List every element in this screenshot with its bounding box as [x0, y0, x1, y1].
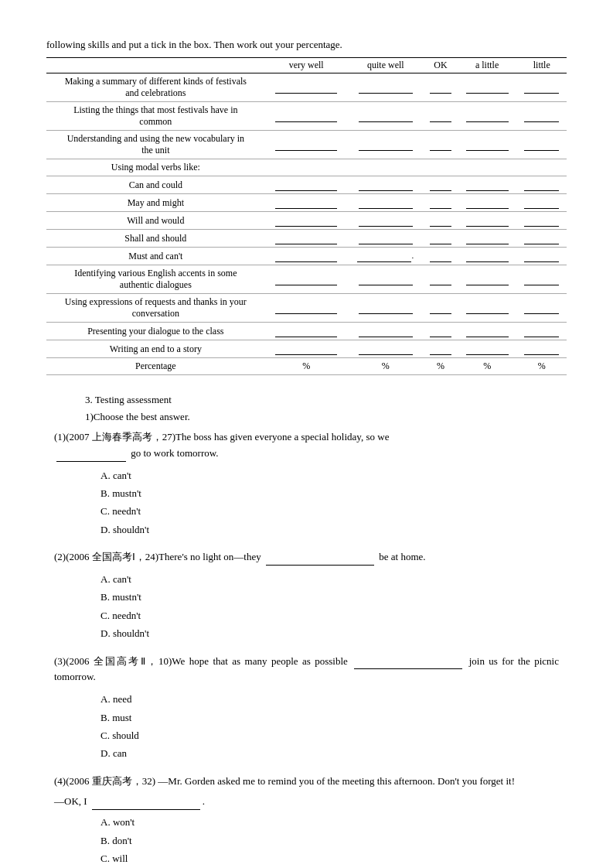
question-3-options: A. need B. must C. should D. can [100, 690, 559, 763]
skill-label: Can and could [46, 176, 265, 194]
option-b: B. don't [100, 832, 559, 849]
cell-very-well [265, 73, 348, 102]
cell-least [516, 248, 567, 265]
cell-very-well [265, 340, 348, 358]
pct-very-well: % [265, 358, 348, 375]
intro-text: following skills and put a tick in the b… [46, 39, 567, 51]
skill-label: Identifying various English accents in s… [46, 265, 265, 294]
table-row: Understanding and using the new vocabula… [46, 131, 567, 159]
cell-little [458, 294, 517, 323]
option-a: A. can't [100, 570, 559, 588]
option-a: A. need [100, 690, 559, 708]
table-row: Using expressions of requests and thanks… [46, 294, 567, 323]
skill-label: Must and can't [46, 248, 265, 265]
col-header-ok: OK [424, 58, 458, 73]
col-header-very-well: very well [265, 58, 348, 73]
cell-little [458, 176, 517, 194]
option-a: A. won't [100, 813, 559, 831]
table-row: Can and could [46, 176, 567, 194]
cell-very-well [265, 230, 348, 248]
table-row: Identifying various English accents in s… [46, 265, 567, 294]
cell-little [458, 248, 517, 265]
option-c: C. will [100, 849, 559, 867]
cell-very-well [265, 265, 348, 294]
cell-ok [424, 73, 458, 102]
table-row: Making a summary of different kinds of f… [46, 73, 567, 102]
skill-label: Will and would [46, 212, 265, 230]
option-d: D. shouldn't [100, 521, 559, 538]
cell-very-well [265, 102, 348, 131]
table-row: Listing the things that most festivals h… [46, 102, 567, 131]
cell-very-well [265, 194, 348, 212]
cell-very-well [265, 248, 348, 265]
subsection-title: 1)Choose the best answer. [85, 411, 559, 423]
option-b: B. must [100, 709, 559, 726]
cell-ok [424, 248, 458, 265]
cell-very-well [265, 212, 348, 230]
question-3-intro: (3)(2006 全国高考Ⅱ，10)We hope that as many p… [54, 654, 559, 686]
skill-label: Listing the things that most festivals h… [46, 102, 265, 131]
cell-ok [424, 102, 458, 131]
question-1-options: A. can't B. mustn't C. needn't D. should… [100, 466, 559, 539]
section3-title: 3. Testing assessment [85, 394, 559, 406]
question-2-block: (2)(2006 全国高考Ⅰ，24)There's no light on—th… [54, 549, 559, 642]
question-3-block: (3)(2006 全国高考Ⅱ，10)We hope that as many p… [54, 654, 559, 763]
cell-quite-well [348, 340, 424, 358]
table-row: Writing an end to a story [46, 340, 567, 358]
percentage-label: Percentage [46, 358, 265, 375]
cell-least [516, 265, 567, 294]
cell-ok [424, 176, 458, 194]
cell-ok [424, 265, 458, 294]
cell-ok [424, 212, 458, 230]
table-row: Must and can't . [46, 248, 567, 265]
cell-quite-well: . [348, 248, 424, 265]
section3-content: 3. Testing assessment 1)Choose the best … [46, 394, 567, 868]
cell-quite-well [348, 73, 424, 102]
option-c: C. needn't [100, 502, 559, 520]
skill-label: Using modal verbs like: [46, 159, 265, 176]
question-1-block: (1)(2007 上海春季高考，27)The boss has given ev… [54, 429, 559, 538]
cell-quite-well [348, 294, 424, 323]
cell-least [516, 212, 567, 230]
question-4-block: (4)(2006 重庆高考，32) —Mr. Gorden asked me t… [54, 774, 559, 868]
pct-little: % [458, 358, 517, 375]
table-row: Presenting your dialogue to the class [46, 323, 567, 340]
cell-quite-well [348, 194, 424, 212]
pct-quite-well: % [348, 358, 424, 375]
cell-ok [424, 194, 458, 212]
cell-very-well [265, 294, 348, 323]
cell-little [458, 230, 517, 248]
option-d: D. shouldn't [100, 624, 559, 642]
table-row: May and might [46, 194, 567, 212]
cell-least [516, 176, 567, 194]
cell-little [458, 131, 517, 159]
table-row: Will and would [46, 212, 567, 230]
col-header-least: little [516, 58, 567, 73]
cell-little [458, 323, 517, 340]
skill-label: Presenting your dialogue to the class [46, 323, 265, 340]
cell-little [458, 340, 517, 358]
skill-label: May and might [46, 194, 265, 212]
cell-little [458, 102, 517, 131]
question-4-options: A. won't B. don't C. will D. do [100, 813, 559, 868]
cell-least [516, 294, 567, 323]
option-c: C. should [100, 726, 559, 744]
skill-label: Using expressions of requests and thanks… [46, 294, 265, 323]
cell-least [516, 230, 567, 248]
option-a: A. can't [100, 466, 559, 484]
option-d: D. can [100, 744, 559, 762]
option-b: B. mustn't [100, 588, 559, 606]
question-4-intro: (4)(2006 重庆高考，32) —Mr. Gorden asked me t… [54, 774, 559, 790]
col-header-skill [46, 58, 265, 73]
cell-empty [265, 159, 567, 176]
pct-ok: % [424, 358, 458, 375]
cell-quite-well [348, 323, 424, 340]
cell-least [516, 194, 567, 212]
question-2-options: A. can't B. mustn't C. needn't D. should… [100, 570, 559, 643]
cell-little [458, 73, 517, 102]
option-c: C. needn't [100, 607, 559, 624]
option-b: B. mustn't [100, 484, 559, 502]
cell-little [458, 194, 517, 212]
cell-very-well [265, 323, 348, 340]
cell-ok [424, 323, 458, 340]
